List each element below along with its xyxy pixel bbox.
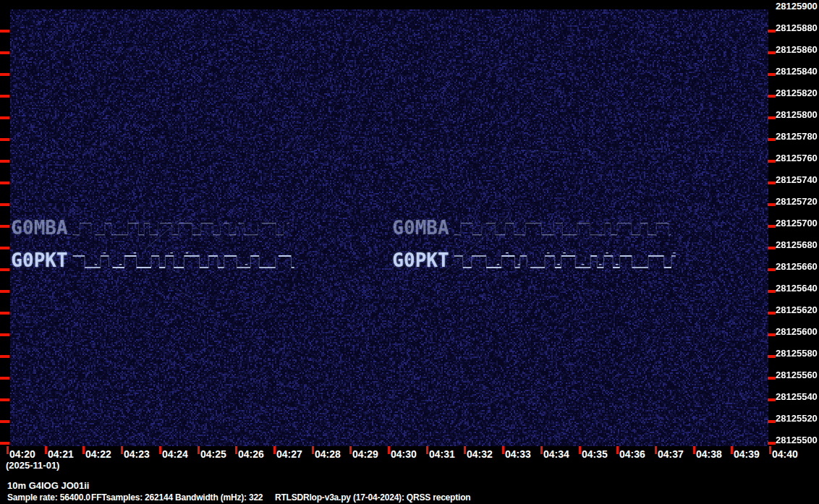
freq-tick-mark-right (768, 420, 776, 423)
fft-samples-info: FFTsamples: 262144 (91, 492, 173, 503)
time-tick-mark (82, 446, 85, 454)
freq-tick-mark-left (0, 138, 9, 141)
freq-tick-mark-left (0, 442, 9, 445)
freq-tick-label: 28125720 (776, 196, 819, 207)
freq-tick-mark-left (0, 30, 9, 33)
time-tick-label: 04:31 (429, 448, 455, 460)
freq-tick-mark-right (768, 203, 776, 206)
freq-tick-mark-right (768, 73, 776, 76)
freq-tick-label: 28125580 (776, 348, 819, 359)
freq-tick-mark-left (0, 377, 9, 380)
freq-tick-mark-left (0, 333, 9, 336)
app-version-info: RTLSDRlop-v3a.py (17-04-2024): QRSS rece… (275, 492, 470, 503)
freq-tick-mark-right (768, 247, 776, 249)
freq-tick-label: 28125500 (776, 435, 819, 445)
time-tick-mark (45, 446, 47, 454)
time-tick-label: 04:38 (696, 448, 722, 460)
time-tick-label: 04:28 (315, 448, 341, 460)
freq-tick-mark-left (0, 312, 9, 315)
time-tick-mark (159, 446, 161, 454)
freq-tick-label: 28125900 (776, 1, 819, 12)
freq-tick-label: 28125540 (776, 391, 819, 402)
time-tick-mark (426, 446, 428, 454)
time-tick-mark (502, 446, 504, 454)
time-tick-label: 04:25 (200, 448, 226, 460)
freq-tick-mark-left (0, 420, 9, 423)
freq-tick-label: 28125600 (776, 326, 819, 337)
freq-tick-mark-left (0, 203, 9, 206)
time-tick-mark (731, 446, 733, 454)
freq-tick-label: 28125820 (776, 87, 819, 98)
time-tick-label: 04:37 (658, 448, 684, 460)
freq-tick-label: 28125680 (776, 239, 819, 250)
freq-tick-label: 28125620 (776, 304, 819, 315)
time-tick-label: 04:29 (352, 448, 378, 460)
waterfall-spectrogram (10, 9, 768, 446)
time-tick-mark (655, 446, 657, 454)
freq-tick-mark-right (768, 333, 776, 336)
freq-tick-label: 28125640 (776, 283, 819, 294)
time-tick-label: 04:26 (238, 448, 264, 460)
freq-tick-mark-right (768, 377, 776, 380)
time-tick-label: 04:39 (734, 448, 760, 460)
date-label: (2025-11-01) (6, 460, 59, 471)
freq-tick-mark-right (768, 116, 776, 119)
time-tick-mark (616, 446, 619, 454)
freq-tick-label: 28125660 (776, 261, 819, 272)
time-tick-mark (693, 446, 695, 454)
freq-tick-mark-right (768, 181, 776, 184)
time-tick-label: 04:21 (48, 448, 74, 460)
freq-tick-mark-right (768, 312, 776, 315)
time-tick-mark (540, 446, 543, 454)
freq-tick-label: 28125740 (776, 174, 819, 185)
freq-tick-mark-left (0, 116, 9, 119)
freq-tick-mark-right (768, 30, 776, 33)
station-info: 10m G4IOG JO01ii (7, 480, 89, 491)
bandwidth-info: Bandwidth (mHz): 322 (175, 492, 263, 503)
time-tick-mark (312, 446, 314, 454)
freq-tick-mark-right (768, 268, 776, 271)
freq-tick-mark-left (0, 51, 9, 54)
time-tick-label: 04:40 (772, 448, 798, 460)
freq-tick-mark-right (768, 160, 776, 163)
time-tick-label: 04:34 (543, 448, 569, 460)
freq-tick-mark-right (768, 225, 776, 228)
freq-tick-mark-left (0, 398, 9, 401)
freq-tick-label: 28125520 (776, 413, 819, 424)
time-tick-label: 04:24 (162, 448, 188, 460)
time-tick-mark (273, 446, 276, 454)
time-tick-label: 04:22 (85, 448, 111, 460)
freq-tick-label: 28125780 (776, 131, 819, 142)
time-tick-mark (349, 446, 352, 454)
time-tick-mark (388, 446, 390, 454)
freq-tick-label: 28125840 (776, 66, 819, 77)
time-tick-label: 04:23 (124, 448, 150, 460)
time-tick-mark (769, 446, 771, 454)
time-tick-mark (198, 446, 200, 454)
time-tick-mark (7, 446, 9, 454)
time-tick-label: 04:20 (9, 448, 35, 460)
freq-tick-mark-right (768, 290, 776, 293)
freq-tick-mark-right (768, 51, 776, 54)
time-tick-mark (121, 446, 123, 454)
freq-tick-mark-left (0, 247, 9, 249)
freq-tick-mark-left (0, 225, 9, 228)
sample-rate-info: Sample rate: 56400.0 (7, 492, 90, 503)
freq-tick-label: 28125560 (776, 370, 819, 380)
freq-tick-mark-right (768, 442, 776, 445)
time-tick-label: 04:27 (276, 448, 302, 460)
freq-tick-mark-right (768, 95, 776, 98)
time-tick-mark (235, 446, 237, 454)
time-tick-label: 04:35 (582, 448, 608, 460)
time-tick-label: 04:30 (391, 448, 417, 460)
time-tick-mark (579, 446, 581, 454)
freq-tick-label: 28125800 (776, 109, 819, 120)
freq-tick-label: 28125860 (776, 44, 819, 55)
time-tick-label: 04:36 (619, 448, 645, 460)
freq-tick-label: 28125760 (776, 153, 819, 163)
freq-tick-mark-right (768, 355, 776, 358)
freq-tick-mark-right (768, 138, 776, 141)
freq-tick-mark-left (0, 181, 9, 184)
time-tick-label: 04:33 (505, 448, 531, 460)
time-tick-mark (464, 446, 466, 454)
